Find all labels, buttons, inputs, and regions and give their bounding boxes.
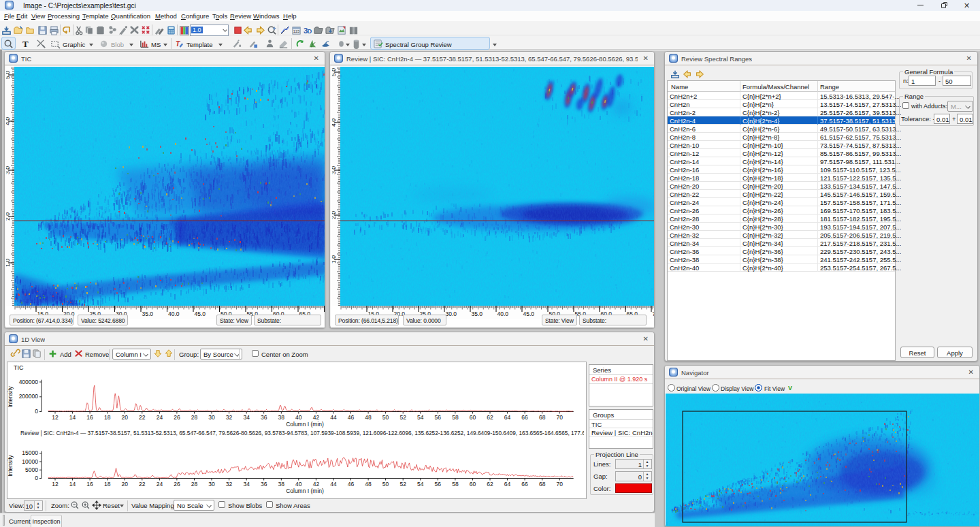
svg-text:5.0: 5.0: [6, 71, 11, 79]
svg-text:62: 62: [487, 414, 493, 421]
svg-text:44: 44: [330, 481, 337, 488]
svg-text:70: 70: [556, 414, 563, 421]
svg-text:36: 36: [261, 414, 267, 421]
svg-text:68: 68: [539, 481, 546, 488]
svg-text:32: 32: [226, 414, 233, 421]
svg-text:42: 42: [313, 481, 320, 488]
svg-text:54: 54: [417, 481, 424, 488]
svg-text:46: 46: [348, 481, 355, 488]
svg-text:5.0: 5.0: [332, 68, 337, 76]
svg-text:D: D: [308, 28, 312, 35]
svg-text:58: 58: [452, 414, 459, 421]
svg-text:60: 60: [470, 481, 476, 488]
svg-text:50: 50: [382, 414, 389, 421]
svg-text:56: 56: [435, 414, 442, 421]
svg-text:3.0: 3.0: [6, 166, 11, 174]
svg-text:32: 32: [226, 481, 233, 488]
svg-text:50: 50: [382, 481, 389, 488]
svg-text:36: 36: [261, 481, 267, 488]
svg-text:0: 0: [35, 475, 38, 481]
svg-text:70: 70: [556, 481, 563, 488]
svg-text:15000: 15000: [22, 449, 38, 456]
svg-text:52: 52: [399, 414, 406, 421]
svg-text:18: 18: [104, 414, 111, 421]
svg-text:40: 40: [295, 414, 302, 421]
svg-text:123: 123: [293, 29, 299, 33]
svg-text:20: 20: [121, 414, 128, 421]
svg-text:12: 12: [52, 414, 59, 421]
svg-text:1.0: 1.0: [332, 255, 337, 264]
svg-text:64: 64: [504, 481, 511, 488]
svg-text:2.0: 2.0: [6, 212, 11, 221]
svg-text:16: 16: [86, 414, 93, 421]
svg-text:18: 18: [104, 481, 111, 488]
svg-text:62: 62: [487, 481, 493, 488]
svg-text:68: 68: [539, 414, 546, 421]
svg-text:0: 0: [35, 408, 38, 415]
svg-text:1.0: 1.0: [6, 259, 11, 267]
svg-text:14: 14: [69, 481, 76, 488]
svg-text:12: 12: [52, 481, 59, 488]
svg-text:66: 66: [521, 414, 528, 421]
svg-text:64: 64: [504, 414, 511, 421]
svg-text:22: 22: [139, 414, 146, 421]
svg-text:10000: 10000: [22, 458, 38, 465]
svg-text:54: 54: [417, 414, 424, 421]
svg-text:26: 26: [174, 481, 180, 488]
svg-text:Column I (min): Column I (min): [286, 488, 324, 494]
svg-text:20: 20: [121, 481, 128, 488]
svg-text:38: 38: [278, 481, 285, 488]
svg-text:5000: 5000: [25, 466, 38, 473]
svg-text:28: 28: [191, 481, 198, 488]
svg-text:4.0: 4.0: [332, 118, 337, 127]
svg-text:2.0: 2.0: [332, 211, 337, 219]
svg-text:26: 26: [174, 414, 180, 421]
svg-text:400000: 400000: [19, 379, 39, 385]
svg-text:3.0: 3.0: [332, 166, 337, 174]
svg-text:42: 42: [313, 414, 320, 421]
svg-text:24: 24: [157, 414, 163, 421]
svg-text:Column I (min): Column I (min): [286, 421, 324, 428]
svg-text:48: 48: [365, 414, 372, 421]
svg-text:14: 14: [69, 414, 76, 421]
svg-text:24: 24: [157, 481, 163, 488]
svg-text:44: 44: [330, 414, 337, 421]
svg-text:60: 60: [470, 414, 476, 421]
svg-text:TIC: TIC: [14, 364, 24, 371]
svg-text:40: 40: [295, 481, 302, 488]
svg-text:34: 34: [243, 414, 250, 421]
svg-text:48: 48: [365, 481, 372, 488]
svg-text:30: 30: [208, 414, 215, 421]
svg-text:Intensity: Intensity: [7, 454, 14, 476]
svg-text:28: 28: [191, 414, 198, 421]
svg-text:16: 16: [86, 481, 93, 488]
svg-text:30: 30: [208, 481, 215, 488]
svg-text:38: 38: [278, 414, 285, 421]
svg-text:56: 56: [435, 481, 442, 488]
svg-text:200000: 200000: [19, 393, 39, 400]
svg-text:4.0: 4.0: [6, 117, 11, 125]
svg-text:22: 22: [139, 481, 146, 488]
svg-text:34: 34: [243, 481, 250, 488]
svg-text:46: 46: [348, 414, 355, 421]
svg-text:Intensity: Intensity: [7, 385, 14, 407]
svg-text:58: 58: [452, 481, 459, 488]
svg-text:52: 52: [399, 481, 406, 488]
svg-text:66: 66: [521, 481, 528, 488]
